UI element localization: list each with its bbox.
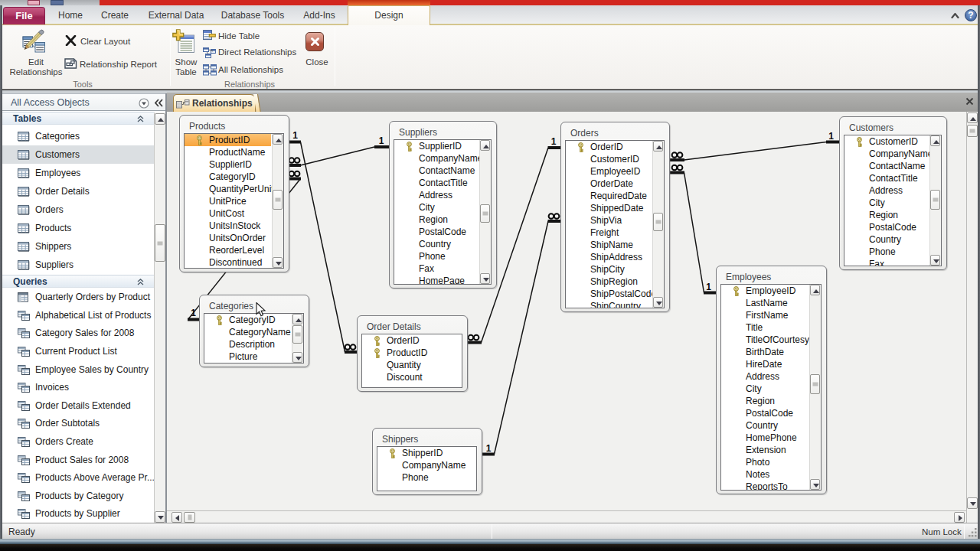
svg-text:1: 1 [191, 308, 196, 318]
svg-text:1: 1 [551, 136, 557, 147]
svg-text:1: 1 [828, 131, 834, 142]
svg-text:1: 1 [292, 130, 298, 141]
svg-text:1: 1 [379, 135, 384, 146]
svg-text:1: 1 [706, 282, 711, 292]
svg-text:1: 1 [486, 443, 492, 454]
